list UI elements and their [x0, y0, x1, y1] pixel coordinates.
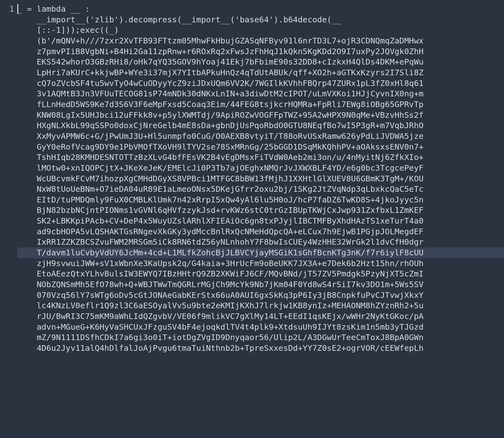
code-line-text: WcUBcvmkFCvM7ihozpXgCMHdDGyXS8VPBci1MTFG… [17, 174, 424, 183]
code-line[interactable]: 070Vzq56lY7sWTg6oDv5cGtJONAeGabKErStx66u… [17, 290, 504, 301]
code-line[interactable]: zjH9svwuiJWW+sV1xWbnXe3KaUpsk2q/G4kaia+3… [17, 258, 504, 269]
code-line[interactable]: [::-1]));exec((_) [17, 25, 504, 36]
code-line-text: EItD/tuPMDQmly9FuX0CMBLKlUmk7n42xRrpI5xQ… [17, 195, 424, 204]
code-line-text: 3v1AQMtB3Jn3VFUuTECOG81sP74mNDk30dNKxLnI… [17, 89, 424, 98]
code-line[interactable]: 3v1AQMtB3Jn3VFUuTECOG81sP74mNDk30dNKxLnI… [17, 88, 504, 99]
code-line-text: __import__('zlib').decompress(__import__… [17, 15, 341, 24]
code-line-text: EKS542whorO3GBzRHi8/oHk7qYQ35GOV9hYoaj41… [17, 57, 424, 66]
code-line-text: _ = lambda __ : [17, 4, 90, 14]
code-line[interactable]: (b'/mQNV+h///7zxr2XvTFB93FTtzm05MhwFkHbu… [17, 36, 504, 46]
code-line[interactable]: HXgNLXkbL99qSSPo0doxCjNreGelb4mE8sDa+gbn… [17, 120, 504, 131]
code-line[interactable]: KNW08LgIx5UHJbci12uFFkk8v+p5ylXWMTdj/9Ap… [17, 110, 504, 121]
code-line[interactable]: z7pmvPIiB8VgbNi+B4Hi2Ga11zpRnw+r6ROxRq2x… [17, 46, 504, 57]
code-line[interactable]: SK2+LBKKpiPAcb+CV+DeP4x5WuyUZslARhlXFIEA… [17, 216, 504, 226]
code-line[interactable]: IxRR1ZZKZBCSZvuFWM2MRSGm5iCk8RN6tdZ56yNL… [17, 237, 504, 247]
code-line[interactable]: GyY0eRofVcag9DY9e1PbVMOfTXoVH9lTYV2se78S… [17, 142, 504, 152]
code-line[interactable]: BjN82bzbNCjntPIONms1vGVNl6qHVfzzykJsd+rv… [17, 205, 504, 216]
gutter: 1 [0, 4, 17, 354]
line-number-1: 1 [0, 4, 14, 14]
code-line[interactable]: EtoAEezQtxYLhvBulsIW3EWYQ7IBzHHtrQ9ZB2XK… [17, 269, 504, 279]
code-line-text: IxRR1ZZKZBCSZvuFWM2MRSGm5iCk8RN6tdZ56yNL… [17, 237, 424, 247]
code-area[interactable]: _ = lambda __ : __import__('zlib').decom… [17, 4, 504, 354]
code-line[interactable]: lMOtw0+xnIQOPCjtX+JKeXeJeK/EMElcJi0P3Tb7… [17, 163, 504, 173]
code-line-text: EtoAEezQtxYLhvBulsIW3EWYQ7IBzHHtrQ9ZB2XK… [17, 269, 424, 278]
code-line-text: rJU/BwRI3C75mKM9aWhLIdQZgvbV/VE06f9mlikV… [17, 311, 424, 321]
code-line[interactable]: 4D6u2Jyv11alQ4hDlfalJoAjPvgu6tmaTuiNthnb… [17, 343, 504, 354]
code-line-text: HXgNLXkbL99qSSPo0doxCjNreGelb4mE8sDa+gbn… [17, 121, 424, 130]
code-line[interactable]: TshHIqb28KMHDESNTOTTzBzXLvG4bfFEsVK2B4vE… [17, 152, 504, 163]
code-line[interactable]: rJU/BwRI3C75mKM9aWhLIdQZgvbV/VE06f9mlikV… [17, 311, 504, 322]
code-line-text: zjH9svwuiJWW+sV1xWbnXe3KaUpsk2q/G4kaia+3… [17, 259, 424, 268]
code-line-text: (b'/mQNV+h///7zxr2XvTFB93FTtzm05MhwFkHbu… [17, 36, 424, 45]
code-line[interactable]: WcUBcvmkFCvM7ihozpXgCMHdDGyXS8VPBci1MTFG… [17, 173, 504, 184]
code-line-text: 070Vzq56lY7sWTg6oDv5cGtJONAeGabKErStx66u… [17, 290, 424, 300]
code-line[interactable]: ad9cbHOPA5vLQSHAKTGsRNgevXkGKy3ydMccBnlR… [17, 226, 504, 237]
code-line[interactable]: T/davm1luCvbyVdUY6JcMm+4cd+L1MLfkZohcBjJ… [17, 247, 504, 258]
code-line[interactable]: mZ/9N1111DSfhCDkI7a6gi3o0iT+iotDgZVgID9D… [17, 332, 504, 343]
code-line[interactable]: cQ7oZVcbSF4tu5wvTyO4wCuODyyYcZ9ziJDxUQm6… [17, 78, 504, 89]
code-line-text: advn+MGueG+K6HyVaSHCUxJFzguSV4bF4ejoqkdl… [17, 322, 424, 332]
code-line-text: NObZQNSmMh5EfO78wh+Q+WBJTWwTmQGRLrMGjCh9… [17, 280, 424, 289]
code-line[interactable]: NObZQNSmMh5EfO78wh+Q+WBJTWwTmQGRLrMGjCh9… [17, 279, 504, 290]
code-line[interactable]: EItD/tuPMDQmly9FuX0CMBLKlUmk7n42xRrpI5xQ… [17, 195, 504, 205]
code-line[interactable]: _ = lambda __ : [17, 4, 504, 14]
code-line[interactable]: fLLnHedD5WS9Ke7d3S6V3F6eMpFxsd5Coaq3Eim/… [17, 99, 504, 110]
code-line[interactable]: EKS542whorO3GBzRHi8/oHk7qYQ35GOV9hYoaj41… [17, 57, 504, 67]
code-line[interactable]: NxW8tUoUeBNm+O7ieDA04uR89E1aLmeoONsx5DKe… [17, 184, 504, 195]
code-line-text: XxMyvAPMW6c+G/jPwUmJ3U+Hl5unmpfo0CuG/O0A… [17, 131, 424, 141]
code-line-text: 4D6u2Jyv11alQ4hDlfalJoAjPvgu6tmaTuiNthnb… [17, 343, 424, 353]
code-line[interactable]: LpHri7aKUrC+kkjwBP+WYe3i37mjX7YItbAPkuHn… [17, 67, 504, 78]
code-line-text: KNW08LgIx5UHJbci12uFFkk8v+p5ylXWMTdj/9Ap… [17, 110, 424, 120]
code-line-text: lMOtw0+xnIQOPCjtX+JKeXeJeK/EMElcJi0P3Tb7… [17, 163, 424, 173]
code-line-text: T/davm1luCvbyVdUY6JcMm+4cd+L1MLfkZohcBjJ… [17, 248, 424, 257]
code-line[interactable]: lc4KNzLV0eflr1Q9zl3C6aESOyalVv5u9bte2eKM… [17, 300, 504, 311]
code-line-text: LpHri7aKUrC+kkjwBP+WYe3i37mjX7YItbAPkuHn… [17, 68, 424, 77]
code-line-text: TshHIqb28KMHDESNTOTTzBzXLvG4bfFEsVK2B4vE… [17, 152, 424, 162]
code-line-text: [::-1]));exec((_) [17, 25, 119, 35]
code-line-text: GyY0eRofVcag9DY9e1PbVMOfTXoVH9lTYV2se78S… [17, 142, 424, 151]
code-line[interactable]: XxMyvAPMW6c+G/jPwUmJ3U+Hl5unmpfo0CuG/O0A… [17, 131, 504, 142]
code-line-text: BjN82bzbNCjntPIONms1vGVNl6qHVfzzykJsd+rv… [17, 205, 424, 215]
code-line[interactable]: advn+MGueG+K6HyVaSHCUxJFzguSV4bF4ejoqkdl… [17, 322, 504, 333]
code-editor: 1 _ = lambda __ : __import__('zlib').dec… [0, 0, 504, 354]
code-line-text: mZ/9N1111DSfhCDkI7a6gi3o0iT+iotDgZVgID9D… [17, 333, 424, 342]
code-line-text: SK2+LBKKpiPAcb+CV+DeP4x5WuyUZslARhlXFIEA… [17, 216, 424, 225]
code-line[interactable]: __import__('zlib').decompress(__import__… [17, 14, 504, 25]
text-cursor [17, 4, 18, 14]
code-line-text: cQ7oZVcbSF4tu5wvTyO4wCuODyyYcZ9ziJDxUQm6… [17, 78, 424, 88]
code-line-text: ad9cbHOPA5vLQSHAKTGsRNgevXkGKy3ydMccBnlR… [17, 227, 424, 236]
code-line-text: z7pmvPIiB8VgbNi+B4Hi2Ga11zpRnw+r6ROxRq2x… [17, 47, 424, 56]
code-line-text: NxW8tUoUeBNm+O7ieDA04uR89E1aLmeoONsx5DKe… [17, 184, 424, 194]
code-line-text: fLLnHedD5WS9Ke7d3S6V3F6eMpFxsd5Coaq3Eim/… [17, 100, 424, 109]
code-line-text: lc4KNzLV0eflr1Q9zl3C6aESOyalVv5u9bte2eKM… [17, 301, 424, 310]
